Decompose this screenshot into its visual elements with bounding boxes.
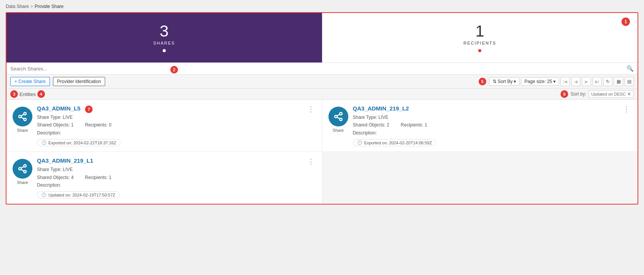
recipients-dot	[478, 49, 481, 52]
share-type-2: Share Type: LIVE	[353, 114, 632, 121]
search-input[interactable]	[10, 66, 626, 72]
share-avatar-wrap-1: Share	[13, 105, 32, 133]
search-bar: 2 🔍	[6, 62, 638, 75]
share-card-1: Share QA3_ADMIN_L5 7 ⋮ Share Type: LIVE …	[6, 100, 322, 152]
shares-label: SHARES	[153, 41, 175, 45]
share-card-2: Share QA3_ADMIN_219_L2 ⋮ Share Type: LIV…	[322, 100, 638, 152]
share-avatar-wrap-2: Share	[328, 105, 348, 133]
share-type-3: Share Type: LIVE	[37, 166, 316, 173]
shares-grid: Share QA3_ADMIN_L5 7 ⋮ Share Type: LIVE …	[6, 100, 638, 204]
svg-point-0	[24, 112, 26, 115]
svg-point-10	[24, 165, 26, 167]
share-avatar-2	[328, 107, 348, 126]
svg-line-13	[21, 169, 24, 171]
share-avatar-wrap-3: Share	[13, 157, 32, 185]
share-more-menu-2[interactable]: ⋮	[622, 105, 631, 114]
share-timestamp-3: 🕐 Updated on: 2024-02-19T17:50:57Z	[37, 191, 120, 198]
breadcrumb-current: Provide Share	[35, 4, 64, 9]
share-header-3: QA3_ADMIN_219_L1 ⋮	[37, 157, 316, 166]
svg-line-9	[337, 114, 340, 116]
share-meta-row-2: Shared Objects: 2 Recipients: 1	[353, 121, 632, 129]
table-view-button[interactable]: ▤	[625, 77, 634, 86]
entities-label: Entities	[19, 91, 36, 97]
svg-point-6	[335, 115, 337, 118]
svg-line-8	[337, 117, 340, 119]
share-meta-row-3: Shared Objects: 4 Recipients: 1	[37, 174, 316, 181]
page-size-button[interactable]: Page size: 25 ▾	[521, 77, 559, 86]
share-avatar-label-3: Share	[17, 180, 28, 185]
prev-page-button[interactable]: ◀	[571, 77, 580, 86]
recipients-count: 1	[476, 23, 484, 39]
shares-count: 3	[160, 23, 168, 39]
share-more-menu-1[interactable]: ⋮	[306, 105, 316, 114]
shared-objects-3: Shared Objects: 4	[37, 174, 74, 181]
first-page-button[interactable]: |◀	[561, 77, 570, 86]
share-card-3: Share QA3_ADMIN_219_L1 ⋮ Share Type: LIV…	[6, 152, 322, 204]
recipients-1: Recipients: 0	[85, 121, 111, 129]
share-title-3[interactable]: QA3_ADMIN_219_L1	[37, 157, 93, 164]
search-badge: 2	[170, 66, 178, 74]
clock-icon-1: 🕐	[41, 140, 46, 145]
svg-point-11	[19, 168, 21, 170]
svg-point-1	[19, 115, 21, 118]
svg-point-2	[24, 118, 26, 121]
breadcrumb-separator: >	[30, 4, 33, 9]
sort-label-row: 3 Entities 4 6 Sort by: Updated on DESC …	[6, 89, 638, 100]
sort-by-button[interactable]: ⇅ Sort By ▾	[489, 77, 519, 86]
recipients-stat: 1 1 RECIPIENTS	[322, 13, 638, 62]
share-meta-1: Share Type: LIVE Shared Objects: 1 Recip…	[37, 114, 316, 137]
entities-badge-4: 4	[37, 90, 45, 98]
sort-tag-value: Updated on DESC	[591, 92, 626, 96]
share-content-2: QA3_ADMIN_219_L2 ⋮ Share Type: LIVE Shar…	[353, 105, 632, 146]
right-sort: 6 Sort by: Updated on DESC ✕	[561, 90, 634, 98]
share-meta-3: Share Type: LIVE Shared Objects: 4 Recip…	[37, 166, 316, 189]
share-title-1[interactable]: QA3_ADMIN_L5	[37, 105, 80, 112]
timestamp-text-2: Exported on: 2024-02-20T14:06:59Z	[364, 141, 432, 145]
shares-stat: 3 SHARES	[6, 13, 322, 62]
next-page-button[interactable]: ▶	[582, 77, 591, 86]
card-view-button[interactable]: ▦	[614, 77, 623, 86]
shared-objects-2: Shared Objects: 2	[353, 121, 389, 129]
recipients-3: Recipients: 1	[85, 174, 111, 181]
shared-objects-1: Shared Objects: 1	[37, 121, 74, 129]
toolbar-right: 5 ⇅ Sort By ▾ Page size: 25 ▾ |◀ ◀ ▶ ▶| …	[479, 77, 634, 86]
share-header-2: QA3_ADMIN_219_L2 ⋮	[353, 105, 632, 114]
sort-by-label: Sort By	[498, 79, 513, 84]
description-3: Description:	[37, 181, 316, 189]
share-more-menu-3[interactable]: ⋮	[306, 157, 316, 166]
page-size-chevron-icon: ▾	[553, 79, 556, 84]
timestamp-text-3: Updated on: 2024-02-19T17:50:57Z	[48, 193, 115, 197]
share-content-1: QA3_ADMIN_L5 7 ⋮ Share Type: LIVE Shared…	[37, 105, 316, 146]
last-page-button[interactable]: ▶|	[593, 77, 602, 86]
svg-line-14	[21, 166, 24, 168]
svg-point-12	[24, 171, 26, 173]
share-avatar-label-2: Share	[333, 128, 344, 133]
sort-badge-6: 6	[561, 90, 568, 98]
clock-icon-3: 🕐	[41, 192, 46, 197]
share-title-2[interactable]: QA3_ADMIN_219_L2	[353, 105, 409, 112]
share-avatar-1	[13, 107, 32, 126]
share-header-1: QA3_ADMIN_L5 7 ⋮	[37, 105, 316, 114]
stats-bar: 3 SHARES 1 1 RECIPIENTS	[6, 13, 638, 62]
breadcrumb-parent[interactable]: Data Share	[6, 4, 29, 9]
provider-identification-button[interactable]: Provider Identification	[53, 77, 105, 86]
create-share-button[interactable]: + Create Share	[10, 77, 50, 86]
sort-tag-close-icon[interactable]: ✕	[627, 91, 631, 97]
svg-line-4	[21, 114, 24, 116]
description-2: Description:	[353, 129, 632, 137]
breadcrumb: Data Share > Provide Share	[6, 4, 638, 9]
timestamp-text-1: Exported on: 2024-02-22T18:37:16Z	[48, 141, 116, 145]
toolbar: + Create Share Provider Identification 5…	[6, 75, 638, 89]
share-avatar-3	[13, 159, 32, 179]
share-timestamp-1: 🕐 Exported on: 2024-02-22T18:37:16Z	[37, 139, 120, 146]
search-icon: 🔍	[626, 65, 634, 72]
svg-point-5	[340, 112, 342, 115]
refresh-button[interactable]: ↻	[603, 77, 612, 86]
share-type-1: Share Type: LIVE	[37, 114, 316, 121]
recipients-label: RECIPIENTS	[463, 41, 496, 45]
sort-chevron-icon: ▾	[514, 79, 516, 84]
page: Data Share > Provide Share 3 SHARES 1 1 …	[0, 0, 644, 275]
clock-icon-2: 🕐	[357, 140, 362, 145]
sort-tag: Updated on DESC ✕	[589, 90, 634, 98]
sort-by-text: Sort by:	[570, 91, 586, 97]
